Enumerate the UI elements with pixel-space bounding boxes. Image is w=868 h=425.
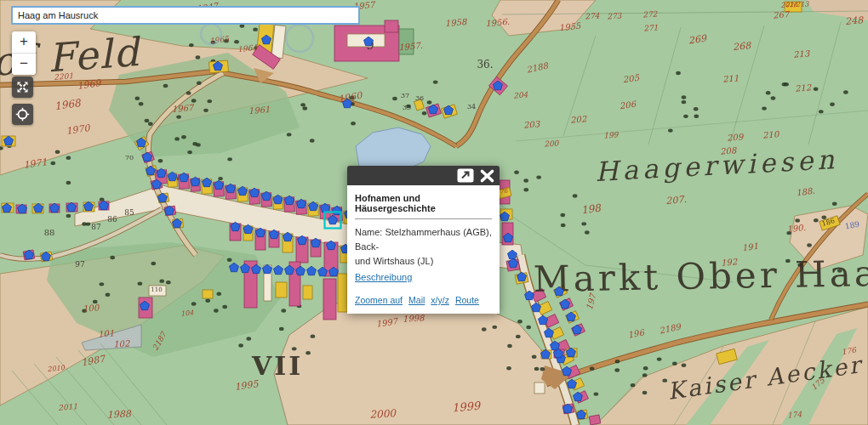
tree-icon: [526, 326, 531, 329]
geolocate-button[interactable]: [12, 104, 33, 125]
tree-icon: [186, 91, 191, 94]
parcel-number: 272: [642, 9, 659, 19]
tree-icon: [189, 43, 194, 47]
tree-icon: [238, 343, 243, 347]
tree-icon: [668, 128, 673, 132]
parcel-number: 273: [607, 11, 623, 20]
parcel-number: 88: [44, 228, 55, 237]
watermark-circle: [286, 25, 313, 52]
parcel-number: 101: [98, 328, 115, 339]
tree-icon: [683, 115, 688, 118]
tree-icon: [300, 103, 306, 106]
tree-icon: [784, 82, 789, 86]
tree-icon: [536, 175, 541, 178]
geolocate-circle-icon: [15, 107, 30, 122]
search-input[interactable]: [11, 6, 360, 25]
popup-link-zoomen-auf[interactable]: Zoomen auf: [355, 295, 403, 305]
parcel-number: 1999: [451, 399, 482, 414]
parcel-number: 36: [415, 94, 424, 102]
tree-icon: [682, 364, 687, 367]
parcel-number: 220: [785, 2, 797, 8]
tree-icon: [50, 162, 55, 165]
tree-icon: [159, 279, 164, 282]
popup-title: Hofnamen und Häusergeschichte: [355, 193, 492, 213]
tree-icon: [163, 84, 168, 88]
place-label: Haagerwiesen: [594, 144, 839, 187]
zoom-control: + −: [12, 31, 36, 75]
tree-icon: [106, 293, 111, 297]
tree-icon: [682, 100, 687, 104]
tree-icon: [594, 392, 599, 395]
tree-icon: [682, 95, 687, 99]
tree-icon: [830, 103, 835, 106]
tree-icon: [762, 106, 767, 110]
parcel-number: 1998: [403, 313, 426, 323]
building: [303, 286, 312, 299]
tree-icon: [205, 299, 210, 303]
parcel-number: 2000: [369, 407, 397, 421]
parcel-number: 100: [83, 303, 101, 314]
tree-icon: [392, 97, 397, 100]
parcel-number: 200: [544, 139, 560, 148]
tree-icon: [631, 383, 636, 387]
tree-icon: [214, 309, 219, 312]
parcel-number: 70: [125, 154, 134, 162]
field-boundary: [808, 22, 841, 144]
tree-icon: [139, 102, 144, 105]
zoom-out-button[interactable]: −: [12, 53, 36, 75]
tree-icon: [615, 360, 620, 363]
tree-icon: [517, 320, 523, 323]
map-marker[interactable]: [306, 266, 316, 275]
tree-icon: [192, 142, 197, 145]
description-link[interactable]: Beschreibung: [355, 272, 412, 282]
parcel-number: 1958: [445, 17, 469, 28]
tree-icon: [614, 368, 620, 371]
building: [276, 282, 287, 298]
tree-icon: [281, 309, 286, 312]
tree-icon: [507, 344, 512, 348]
popup-link-x-y-z[interactable]: x/y/z: [431, 295, 449, 305]
tree-icon: [540, 367, 545, 371]
tree-icon: [351, 122, 356, 125]
map-marker[interactable]: [273, 265, 283, 274]
close-icon[interactable]: [479, 168, 495, 184]
tree-icon: [506, 366, 511, 370]
tree-icon: [694, 107, 699, 110]
tree-icon: [642, 373, 648, 377]
building: [203, 290, 213, 298]
tree-icon: [433, 80, 438, 83]
tree-icon: [174, 137, 180, 140]
tree-icon: [819, 110, 824, 113]
tree-icon: [590, 366, 595, 370]
parcel-number: 97: [75, 260, 85, 269]
parcel-number: 110: [151, 286, 162, 293]
tree-icon: [176, 115, 181, 118]
tree-icon: [561, 224, 566, 227]
tree-icon: [585, 230, 590, 234]
building: [589, 415, 601, 425]
parcel-number: 196: [627, 327, 646, 339]
parcel-number: 37: [401, 92, 409, 99]
place-label: Markt Ober Haag: [533, 252, 868, 300]
tree-icon: [422, 111, 427, 115]
parcel-number: 36.: [477, 59, 493, 71]
popup-link-route[interactable]: Route: [455, 295, 479, 305]
tree-icon: [807, 243, 812, 246]
parcel-number: 205: [622, 73, 640, 85]
parcel-number: 1971: [23, 156, 49, 171]
parcel-number: 210: [762, 129, 781, 140]
parcel-number: 2010: [47, 364, 66, 373]
tree-icon: [657, 357, 662, 360]
tree-icon: [514, 171, 519, 174]
fullscreen-button[interactable]: [12, 76, 33, 98]
tree-icon: [145, 119, 150, 122]
popup-link-mail[interactable]: Mail: [408, 295, 425, 305]
parcel-number: 87: [91, 223, 101, 231]
parcel-number: 267: [773, 9, 791, 20]
zoom-in-button[interactable]: +: [12, 31, 36, 53]
tree-icon: [100, 282, 105, 286]
info-popup-header: [347, 166, 500, 185]
maximize-icon[interactable]: [457, 168, 474, 183]
tree-icon: [66, 156, 71, 160]
tree-icon: [197, 82, 202, 85]
